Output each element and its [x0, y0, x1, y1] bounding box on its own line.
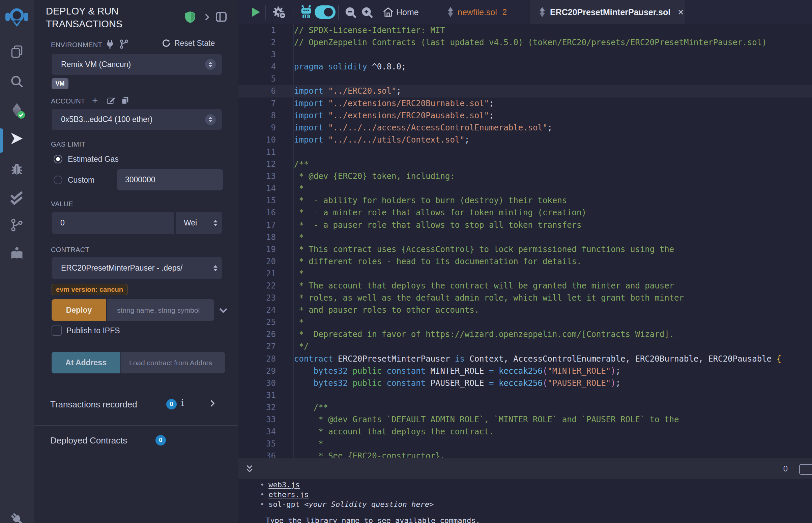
code-line[interactable]: 26 * _Deprecated in favor of https://wiz… — [239, 328, 812, 340]
code-line[interactable]: 8import "../extensions/ERC20Pausable.sol… — [239, 109, 812, 122]
estimated-gas-radio[interactable] — [54, 155, 63, 163]
code-line[interactable]: 7import "../extensions/ERC20Burnable.sol… — [239, 97, 812, 109]
remix-logo-icon[interactable] — [5, 7, 28, 30]
account-select[interactable]: 0x5B3...eddC4 (100 ether) — [52, 109, 222, 130]
close-tab-icon[interactable]: × — [678, 7, 684, 17]
zoom-in-icon[interactable] — [361, 6, 374, 20]
code-line[interactable]: 31 — [239, 389, 812, 401]
expand-deploy-icon[interactable] — [218, 305, 228, 317]
line-number: 33 — [239, 414, 276, 426]
code-line[interactable]: 2// OpenZeppelin Contracts (last updated… — [239, 36, 812, 49]
value-unit-select[interactable]: Wei — [176, 212, 222, 234]
git-icon[interactable] — [10, 218, 24, 234]
code-line[interactable]: 4pragma solidity ^0.8.0; — [239, 61, 812, 73]
collapse-panel-icon[interactable] — [203, 13, 211, 23]
terminal-header[interactable]: 0 — [239, 458, 812, 479]
line-number: 35 — [239, 438, 276, 450]
file-explorer-icon[interactable] — [10, 44, 24, 60]
script-config-gear-icon[interactable] — [271, 5, 286, 21]
code-line[interactable]: 16 * - a minter role that allows for tok… — [239, 206, 812, 219]
add-account-icon[interactable]: + — [92, 95, 98, 107]
debugger-icon[interactable] — [10, 162, 24, 178]
ethersjs-link[interactable]: ethers.js — [268, 490, 308, 499]
code-line[interactable]: 13 * @dev {ERC20} token, including: — [239, 170, 812, 182]
code-line[interactable]: 15 * - ability for holders to burn (dest… — [239, 195, 812, 206]
reset-state-label: Reset State — [174, 39, 215, 48]
reset-state-button[interactable]: Reset State — [161, 38, 215, 48]
deploy-run-icon[interactable] — [9, 132, 24, 148]
code-line[interactable]: 35 * — [239, 438, 812, 450]
code-line[interactable]: 18 * — [239, 231, 812, 243]
code-line[interactable]: 11 — [239, 146, 812, 158]
tab-erc20presetminterpauser[interactable]: ERC20PresetMinterPauser.sol × — [530, 0, 685, 24]
code-line[interactable]: 6import "../ERC20.sol"; — [239, 85, 812, 97]
code-line[interactable]: 36 * See {ERC20-constructor}. — [239, 450, 812, 458]
code-line[interactable]: 28contract ERC20PresetMinterPauser is Co… — [239, 353, 812, 365]
code-line[interactable]: 34 * account that deploys the contract. — [239, 426, 812, 438]
edit-account-icon[interactable] — [106, 96, 116, 107]
code-editor[interactable]: 1// SPDX-License-Identifier: MIT2// Open… — [239, 24, 812, 458]
plugin-plug-icon[interactable] — [9, 511, 24, 523]
tab-newfile[interactable]: newfile.sol 2 — [441, 0, 527, 24]
line-number: 22 — [239, 280, 276, 292]
custom-gas-radio[interactable] — [54, 176, 63, 184]
value-input[interactable] — [52, 212, 174, 234]
sol-gpt-prefix: sol-gpt — [268, 500, 304, 508]
plug-icon[interactable] — [105, 39, 115, 51]
pin-panel-icon[interactable] — [215, 12, 227, 23]
code-line[interactable]: 24 * and pauser roles to other accounts. — [239, 304, 812, 316]
tab-home[interactable]: Home — [396, 0, 419, 24]
fork-environment-icon[interactable] — [119, 39, 129, 51]
home-icon[interactable] — [383, 7, 393, 19]
active-plugin-indicator — [0, 128, 3, 152]
unit-testing-icon[interactable] — [9, 192, 24, 207]
learneth-icon[interactable] — [10, 246, 24, 263]
custom-gas-input[interactable] — [117, 169, 223, 191]
code-line[interactable]: 21 * — [239, 268, 812, 280]
zoom-out-icon[interactable] — [344, 6, 357, 20]
code-line[interactable]: 33 * @dev Grants `DEFAULT_ADMIN_ROLE`, `… — [239, 414, 812, 426]
at-address-input[interactable] — [121, 352, 225, 373]
code-line[interactable]: 23 * roles, as well as the default admin… — [239, 292, 812, 304]
code-line[interactable]: 32 /** — [239, 401, 812, 414]
code-line[interactable]: 22 * The account that deploys the contra… — [239, 280, 812, 292]
code-line[interactable]: 14 * — [239, 182, 812, 195]
code-line[interactable]: 30 bytes32 public constant PAUSER_ROLE =… — [239, 377, 812, 389]
expand-transactions-icon[interactable] — [208, 399, 217, 409]
line-number: 31 — [239, 389, 276, 401]
environment-select[interactable]: Remix VM (Cancun) — [52, 54, 222, 75]
code-line[interactable]: 9import "../../../access/AccessControlEn… — [239, 122, 812, 134]
contract-select[interactable]: ERC20PresetMinterPauser - .deps/ — [52, 257, 222, 279]
line-number: 30 — [239, 377, 276, 389]
code-line[interactable]: 27 */ — [239, 340, 812, 353]
code-line[interactable]: 29 bytes32 public constant MINTER_ROLE =… — [239, 365, 812, 377]
code-line[interactable]: 3 — [239, 49, 812, 61]
account-label: ACCOUNT — [51, 97, 85, 105]
info-icon[interactable]: i — [181, 398, 184, 408]
code-line[interactable]: 1// SPDX-License-Identifier: MIT — [239, 24, 812, 36]
terminal-search-box[interactable] — [799, 464, 812, 475]
code-line[interactable]: 10import "../../../utils/Context.sol"; — [239, 134, 812, 146]
web3js-link[interactable]: web3.js — [268, 481, 300, 489]
collapse-terminal-icon[interactable] — [245, 464, 254, 475]
bullet-icon: • — [260, 500, 264, 508]
search-icon[interactable] — [10, 74, 24, 90]
run-script-icon[interactable] — [251, 7, 261, 19]
deploy-button[interactable]: Deploy — [52, 299, 106, 321]
code-line[interactable]: 12/** — [239, 158, 812, 170]
code-line[interactable]: 5 — [239, 73, 812, 85]
code-line[interactable]: 20 * different roles - head to its docum… — [239, 255, 812, 268]
deploy-params-input[interactable] — [107, 299, 214, 321]
gutter-guide — [293, 24, 294, 458]
line-number: 29 — [239, 365, 276, 377]
solidity-compiler-icon[interactable] — [9, 103, 25, 120]
publish-ipfs-checkbox[interactable] — [52, 326, 62, 336]
code-line[interactable]: 17 * - a pauser role that allows to stop… — [239, 219, 812, 231]
at-address-button[interactable]: At Address — [52, 352, 120, 373]
code-line[interactable]: 25 * — [239, 316, 812, 328]
code-lines: 1// SPDX-License-Identifier: MIT2// Open… — [239, 24, 812, 458]
ai-copilot-toggle[interactable] — [315, 5, 336, 19]
copy-account-icon[interactable] — [120, 96, 130, 107]
terminal-footer: Type the library name to see available c… — [266, 516, 480, 523]
code-line[interactable]: 19 * This contract uses {AccessControl} … — [239, 243, 812, 255]
